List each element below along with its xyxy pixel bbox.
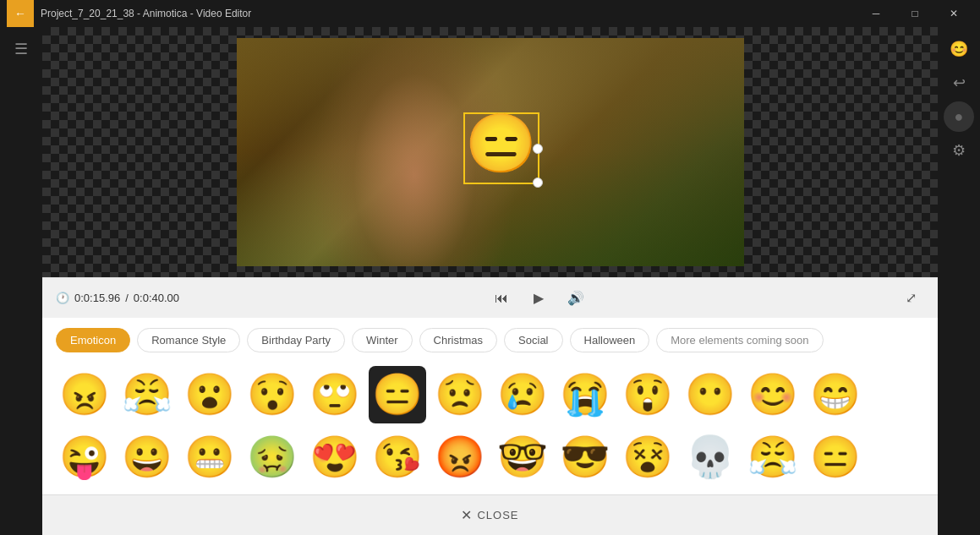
emoji-grin[interactable]: 😁 xyxy=(807,366,864,423)
emoji-sick[interactable]: 🤢 xyxy=(244,429,301,486)
emoji-astonished[interactable]: 😲 xyxy=(619,366,676,423)
resize-handle-br[interactable] xyxy=(533,177,543,188)
menu-icon[interactable]: ☰ xyxy=(6,34,36,64)
emoji-steam[interactable]: 😤 xyxy=(118,366,176,423)
category-tabs: Emoticon Romance Style Birthday Party Wi… xyxy=(42,318,938,359)
titlebar: ← Project_7_20_21_38 - Animotica - Video… xyxy=(0,0,980,27)
settings-icon[interactable]: ⚙ xyxy=(944,135,974,166)
emoji-eyeroll[interactable]: 🙄 xyxy=(306,366,364,423)
close-icon: ✕ xyxy=(461,507,472,523)
dark-circle-icon: ● xyxy=(944,101,974,132)
resize-handle-mr[interactable] xyxy=(533,144,543,154)
tab-romance[interactable]: Romance Style xyxy=(137,328,240,352)
back-button[interactable]: ← xyxy=(7,0,34,27)
tab-social[interactable]: Social xyxy=(504,328,562,352)
play-button[interactable]: ▶ xyxy=(525,285,552,312)
time-separator: / xyxy=(125,292,129,304)
emoji-hushed[interactable]: 😯 xyxy=(244,366,301,423)
emoji-sunglasses[interactable]: 😎 xyxy=(556,429,614,486)
emoji-grinning[interactable]: 😀 xyxy=(118,429,176,486)
emoji-huff[interactable]: 😤 xyxy=(744,429,802,486)
sidebar: ☰ xyxy=(0,27,42,535)
tab-emoticon[interactable]: Emoticon xyxy=(56,328,130,352)
maximize-button[interactable]: □ xyxy=(895,0,934,27)
window-controls: ─ □ ✕ xyxy=(857,0,973,27)
emoji-heart-eyes[interactable]: 😍 xyxy=(306,429,364,486)
emoji-mad[interactable]: 😡 xyxy=(431,429,489,486)
emoji-smile[interactable]: 😊 xyxy=(744,366,802,423)
emoji-sticker: 😑 xyxy=(465,114,538,172)
emoji-neutral[interactable]: 😑 xyxy=(369,366,426,423)
tab-winter[interactable]: Winter xyxy=(352,328,413,352)
skip-start-button[interactable]: ⏮ xyxy=(488,285,515,312)
emoji-panel-icon[interactable]: 😊 xyxy=(944,34,974,64)
tab-christmas[interactable]: Christmas xyxy=(419,328,498,352)
video-container: 😑 🕐 0:0:15.96 / 0:0:40.00 ⏮ ▶ 🔊 ⤢ xyxy=(42,27,938,535)
emoji-sob[interactable]: 😭 xyxy=(556,366,614,423)
tab-halloween[interactable]: Halloween xyxy=(570,328,650,352)
close-button[interactable]: ✕ xyxy=(934,0,973,27)
emoji-kiss[interactable]: 😘 xyxy=(369,429,426,486)
video-canvas: 😑 xyxy=(42,27,938,277)
time-total: 0:0:40.00 xyxy=(134,292,179,304)
emoji-panel: Emoticon Romance Style Birthday Party Wi… xyxy=(42,318,938,494)
emoji-flat[interactable]: 😑 xyxy=(807,429,864,486)
emoji-angry[interactable]: 😠 xyxy=(56,366,113,423)
close-bar[interactable]: ✕ CLOSE xyxy=(42,494,938,535)
time-display: 🕐 0:0:15.96 / 0:0:40.00 xyxy=(56,292,179,304)
emoji-wink[interactable]: 😜 xyxy=(56,429,113,486)
emoji-skull[interactable]: 💀 xyxy=(682,429,739,486)
controls-bar: 🕐 0:0:15.96 / 0:0:40.00 ⏮ ▶ 🔊 ⤢ xyxy=(42,277,938,318)
emoji-grid: 😠 😤 😮 😯 🙄 😑 😟 😢 😭 😲 😶 😊 😁 😜 😀 😬 🤢 😍 😘 xyxy=(42,359,938,494)
tab-more: More elements coming soon xyxy=(656,328,823,352)
emoji-teeth[interactable]: 😬 xyxy=(181,429,238,486)
back-icon: ← xyxy=(14,7,26,20)
time-current: 0:0:15.96 xyxy=(74,292,120,304)
emoji-sticker-container[interactable]: 😑 xyxy=(463,112,539,184)
emoji-silent[interactable]: 😶 xyxy=(682,366,739,423)
emoji-dizzy[interactable]: 😵 xyxy=(619,429,676,486)
emoji-cry[interactable]: 😢 xyxy=(494,366,551,423)
expand-button[interactable]: ⤢ xyxy=(897,285,924,312)
app-title: Project_7_20_21_38 - Animotica - Video E… xyxy=(41,8,857,19)
emoji-worried[interactable]: 😟 xyxy=(431,366,489,423)
video-frame: 😑 xyxy=(237,38,744,266)
clock-icon: 🕐 xyxy=(56,292,69,304)
emoji-wow[interactable]: 😮 xyxy=(181,366,238,423)
right-panel: 😊 ↩ ● ⚙ xyxy=(938,27,980,535)
main-area: ☰ 😑 🕐 0:0:15.96 / xyxy=(0,27,980,535)
minimize-button[interactable]: ─ xyxy=(857,0,895,27)
undo-icon[interactable]: ↩ xyxy=(944,68,974,98)
tab-birthday[interactable]: Birthday Party xyxy=(247,328,345,352)
volume-button[interactable]: 🔊 xyxy=(562,285,589,312)
emoji-nerd[interactable]: 🤓 xyxy=(494,429,551,486)
close-label: CLOSE xyxy=(477,509,518,521)
